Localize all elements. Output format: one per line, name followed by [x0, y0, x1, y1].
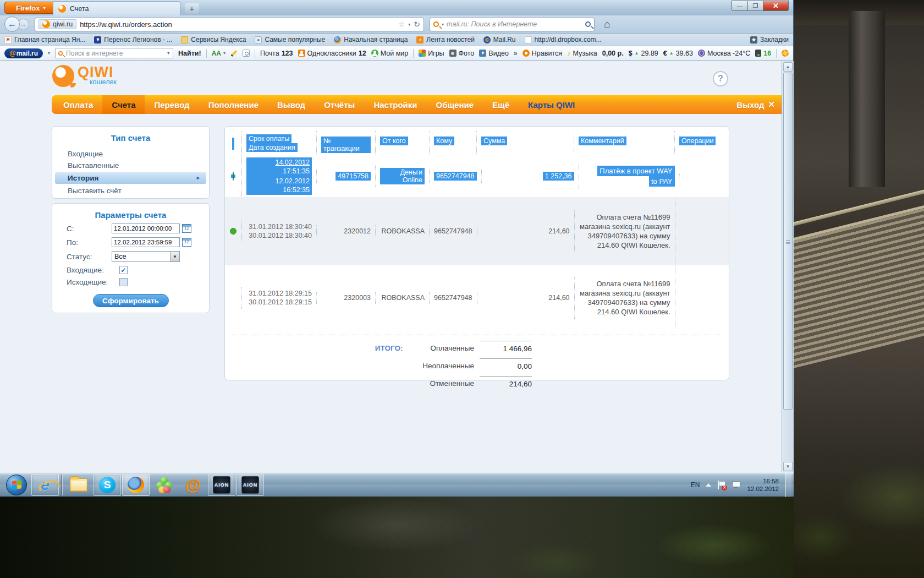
taskbar-firefox[interactable]: [122, 474, 150, 496]
odnoklassniki-link[interactable]: Одноклассники12: [298, 50, 366, 57]
taskbar-explorer[interactable]: [65, 474, 92, 496]
taskbar-internet-explorer[interactable]: e: [31, 474, 59, 496]
taskbar-aion-2[interactable]: AION: [237, 474, 264, 496]
due-date-link[interactable]: 14.02.2012: [275, 159, 310, 166]
mail-link[interactable]: Почта123: [260, 50, 293, 57]
column-header-transaction[interactable]: № транзакции: [316, 131, 375, 155]
bookmark-dropbox-link[interactable]: http://dl.dropbox.com...: [525, 36, 602, 43]
table-row[interactable]: 31.01.2012 18:30:40 30.01.2012 18:30:40 …: [225, 197, 729, 265]
nav-vyvod[interactable]: Вывод: [268, 95, 315, 114]
generate-button[interactable]: Сформировать: [93, 294, 169, 307]
toolbar-settings-button[interactable]: [782, 50, 789, 57]
nav-perevod[interactable]: Перевод: [145, 95, 199, 114]
firefox-menu-button[interactable]: Firefox ▾: [4, 2, 57, 14]
bookmark-mailru[interactable]: @ Mail.Ru: [483, 36, 516, 43]
sidebar-item-create-invoice[interactable]: Выставить счёт: [52, 185, 209, 197]
search-engine-icon[interactable]: [433, 21, 439, 27]
wallet-balance[interactable]: 0,00 р.: [602, 50, 624, 57]
language-indicator[interactable]: EN: [691, 481, 700, 489]
new-tab-button[interactable]: +: [185, 3, 199, 14]
action-center-flag-icon[interactable]: ✕: [717, 481, 725, 489]
sidebar-item-history[interactable]: История: [55, 172, 206, 184]
taskbar-aion-1[interactable]: AION: [208, 474, 235, 496]
music-link[interactable]: ♪Музыка: [567, 49, 597, 57]
taskbar-skype[interactable]: S: [94, 474, 121, 496]
nav-scheta[interactable]: Счета: [102, 95, 145, 114]
home-button[interactable]: ⌂: [599, 17, 615, 31]
toolbar-overflow-button[interactable]: »: [514, 50, 518, 57]
table-row[interactable]: 14.02.2012 17:51:35 12.02.2012 16:52:35 …: [225, 155, 729, 197]
date-to-input[interactable]: 12.02.2012 23:59:59: [112, 237, 180, 247]
nav-obschenie[interactable]: Общение: [427, 95, 483, 114]
table-row[interactable]: 31.01.2012 18:29:15 30.01.2012 18:29:15 …: [225, 265, 729, 330]
search-engine-dropdown-icon[interactable]: ▾: [442, 22, 444, 27]
bookmarks-menu-button[interactable]: ★ Закладки: [750, 36, 789, 43]
bookmark-yandex-home[interactable]: Я Главная страница Ян...: [4, 36, 85, 43]
site-identity-chip[interactable]: qiwi.ru: [38, 19, 76, 29]
status-select[interactable]: Все ▼: [112, 251, 180, 262]
nav-esche[interactable]: Ещё: [483, 95, 519, 114]
bookmark-legion-transfer[interactable]: ▼ Перенос Легионов - ...: [94, 36, 172, 43]
incoming-checkbox[interactable]: ✓: [119, 266, 128, 274]
logout-button[interactable]: Выход ✕: [729, 100, 782, 110]
column-header-operations[interactable]: Операции: [674, 131, 729, 155]
search-placeholder[interactable]: mail.ru: Поиск в Интернете: [447, 20, 582, 28]
column-header-to[interactable]: Кому: [429, 131, 476, 155]
games-link[interactable]: Игры: [419, 50, 444, 57]
show-desktop-button[interactable]: [785, 473, 791, 497]
page-scrollbar[interactable]: ▲ ▼: [782, 61, 794, 472]
moi-mir-link[interactable]: Мой мир: [371, 50, 409, 57]
maximize-button[interactable]: ❐: [748, 1, 763, 11]
column-header-sum[interactable]: Сумма: [476, 131, 574, 155]
nav-oplata[interactable]: Оплата: [54, 95, 102, 114]
eur-rate[interactable]: €▲39.63: [663, 50, 693, 57]
bookmark-news-feed[interactable]: ◗ Лента новостей: [416, 36, 475, 43]
sidebar-item-incoming[interactable]: Входящие: [52, 148, 209, 160]
nav-karty-qiwi[interactable]: Карты QIWI: [519, 95, 584, 114]
bookmark-start-page[interactable]: Начальная страница: [334, 36, 408, 43]
help-button[interactable]: ?: [713, 71, 728, 86]
url-text[interactable]: https://w.qiwi.ru/orders.action: [80, 20, 395, 29]
date-from-input[interactable]: 12.01.2012 00:00:00: [112, 223, 180, 233]
traffic-widget[interactable]: 16: [755, 50, 771, 57]
nav-popolnenie[interactable]: Пополнение: [199, 95, 268, 114]
video-link[interactable]: Видео: [479, 50, 509, 57]
mailru-logo-dropdown-icon[interactable]: ▾: [48, 51, 50, 56]
font-size-button[interactable]: AА▾: [212, 50, 226, 57]
back-button[interactable]: ←: [4, 17, 20, 32]
scroll-down-icon[interactable]: ▼: [783, 462, 793, 471]
bookmark-most-popular[interactable]: ⌕ Самые популярные: [255, 36, 325, 43]
nav-otchety[interactable]: Отчёты: [315, 95, 364, 114]
start-button[interactable]: [3, 474, 30, 496]
page-search-button[interactable]: [243, 50, 250, 57]
usd-rate[interactable]: $▲29.89: [629, 50, 658, 57]
column-header-comment[interactable]: Комментарий: [574, 131, 674, 155]
bookmark-star-icon[interactable]: ☆: [398, 20, 405, 29]
hidden-icons-arrow[interactable]: [706, 483, 711, 487]
taskbar-icq[interactable]: [151, 474, 178, 496]
bookmark-yandex-services[interactable]: Сервисы Яндекса: [181, 36, 246, 43]
mailru-search-input[interactable]: Поиск в интернете ▼: [55, 48, 173, 58]
highlight-button[interactable]: [230, 52, 238, 54]
qiwi-logo[interactable]: QIWI кошелек: [52, 65, 117, 87]
tray-clock[interactable]: 16:58 12.02.2012: [747, 477, 779, 493]
calendar-icon[interactable]: 12: [182, 238, 191, 247]
network-icon[interactable]: [731, 481, 741, 489]
search-go-icon[interactable]: [585, 21, 591, 27]
tab-scheta[interactable]: Счета: [53, 1, 180, 15]
mailru-logo-button[interactable]: @mail.ru: [4, 48, 43, 58]
column-header-dates[interactable]: Срок оплаты Дата создания: [241, 131, 316, 155]
like-button[interactable]: Нравится: [522, 50, 562, 57]
close-button[interactable]: ✕: [763, 1, 789, 11]
mailru-search-dropdown-icon[interactable]: ▼: [166, 51, 170, 56]
history-dropdown-icon[interactable]: ▾: [408, 22, 410, 27]
weather-widget[interactable]: Москва -24°C: [698, 50, 750, 57]
calendar-icon[interactable]: 12: [182, 224, 191, 233]
outgoing-checkbox[interactable]: [119, 278, 128, 286]
url-bar[interactable]: qiwi.ru https://w.qiwi.ru/orders.action …: [35, 18, 424, 31]
column-header-from[interactable]: От кого: [375, 131, 429, 155]
minimize-button[interactable]: —: [732, 1, 748, 11]
photo-link[interactable]: Фото: [449, 50, 475, 57]
search-bar[interactable]: ▾ mail.ru: Поиск в Интернете: [430, 18, 595, 31]
sidebar-item-issued[interactable]: Выставленные: [52, 160, 209, 171]
